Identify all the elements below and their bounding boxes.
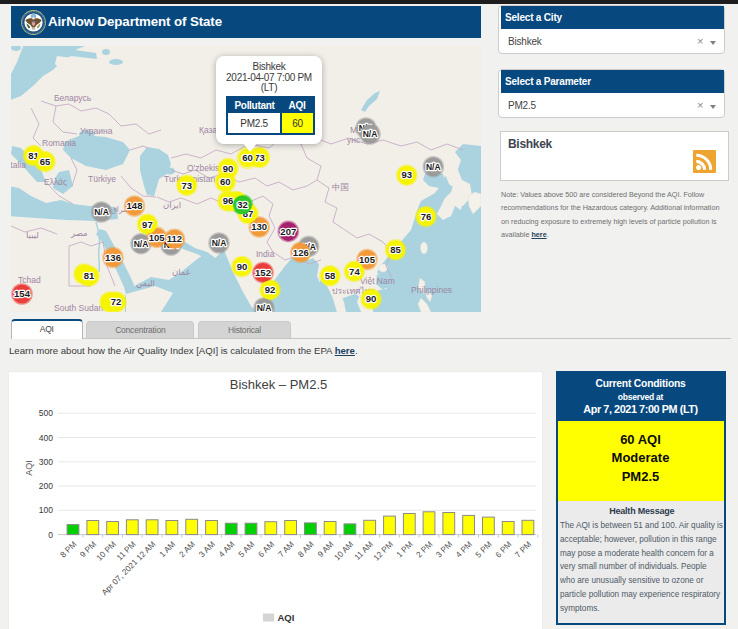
svg-text:2 PM: 2 PM	[415, 540, 435, 560]
svg-text:300: 300	[39, 457, 53, 467]
svg-text:400: 400	[39, 433, 53, 443]
svg-text:105: 105	[149, 232, 166, 243]
svg-text:5 PM: 5 PM	[474, 540, 494, 560]
svg-text:92: 92	[265, 284, 276, 295]
svg-text:93: 93	[402, 169, 413, 180]
svg-text:N/A: N/A	[257, 303, 272, 312]
svg-text:8 PM: 8 PM	[59, 540, 79, 560]
svg-text:6 PM: 6 PM	[494, 540, 514, 560]
svg-text:عمان: عمان	[172, 267, 191, 277]
svg-text:96: 96	[223, 195, 234, 206]
svg-text:3 AM: 3 AM	[197, 540, 217, 560]
svg-text:58: 58	[325, 270, 336, 281]
svg-text:1 AM: 1 AM	[158, 540, 178, 560]
svg-text:65: 65	[40, 156, 51, 167]
svg-text:Việt Nam: Việt Nam	[360, 276, 395, 286]
svg-text:2 AM: 2 AM	[178, 540, 198, 560]
svg-text:136: 136	[105, 252, 121, 263]
svg-text:32: 32	[237, 199, 248, 210]
svg-text:Беларусь: Беларусь	[54, 93, 92, 103]
svg-text:Philippines: Philippines	[411, 285, 452, 295]
svg-text:Ελλάς: Ελλάς	[44, 177, 67, 187]
svg-text:AQI: AQI	[278, 612, 295, 623]
svg-text:60: 60	[242, 152, 253, 163]
svg-text:N/A: N/A	[134, 239, 149, 249]
svg-text:97: 97	[142, 219, 153, 230]
svg-text:100: 100	[39, 505, 53, 515]
svg-text:11 AM: 11 AM	[353, 540, 375, 562]
svg-text:ليبيا: ليبيا	[26, 230, 39, 240]
svg-text:AQI: AQI	[24, 460, 34, 476]
svg-text:105: 105	[359, 254, 376, 265]
svg-text:3 PM: 3 PM	[434, 540, 454, 560]
svg-text:112: 112	[167, 233, 182, 244]
svg-text:200: 200	[39, 481, 53, 491]
svg-text:126: 126	[293, 247, 309, 258]
svg-text:73: 73	[182, 180, 193, 191]
svg-text:60: 60	[220, 176, 231, 187]
svg-text:N/A: N/A	[212, 238, 227, 248]
svg-text:74: 74	[349, 266, 360, 277]
svg-text:85: 85	[390, 244, 401, 255]
svg-text:154: 154	[14, 288, 31, 299]
svg-text:5 AM: 5 AM	[237, 540, 257, 560]
svg-text:72: 72	[111, 296, 122, 307]
svg-text:India: India	[256, 249, 275, 259]
svg-text:148: 148	[127, 200, 143, 211]
svg-text:7 AM: 7 AM	[276, 540, 296, 560]
svg-text:10 AM: 10 AM	[333, 540, 356, 563]
svg-text:76: 76	[421, 211, 432, 222]
svg-text:81: 81	[84, 270, 95, 281]
svg-text:8 AM: 8 AM	[296, 540, 316, 560]
svg-text:10 PM: 10 PM	[95, 540, 118, 563]
svg-text:Türkiye: Türkiye	[88, 174, 116, 184]
svg-text:中国: 中国	[332, 182, 349, 192]
svg-text:South Sudan: South Sudan	[54, 303, 103, 312]
svg-text:500: 500	[39, 408, 53, 418]
svg-text:0: 0	[48, 530, 53, 540]
svg-text:7 PM: 7 PM	[513, 540, 533, 560]
svg-text:مصر: مصر	[70, 228, 88, 238]
svg-text:Romania: Romania	[42, 138, 76, 148]
svg-text:90: 90	[223, 163, 234, 174]
svg-text:152: 152	[255, 267, 271, 278]
svg-text:Украина: Украина	[80, 126, 113, 136]
svg-text:90: 90	[366, 293, 377, 304]
svg-text:унс: унс	[347, 135, 361, 145]
svg-text:ایران: ایران	[163, 200, 181, 210]
svg-text:N/A: N/A	[426, 162, 441, 172]
svg-text:6 AM: 6 AM	[257, 540, 277, 560]
svg-text:4 AM: 4 AM	[217, 540, 237, 560]
svg-text:207: 207	[280, 226, 296, 237]
svg-text:Bishkek – PM2.5: Bishkek – PM2.5	[230, 377, 328, 392]
svg-text:N/A: N/A	[94, 207, 109, 217]
svg-text:4 PM: 4 PM	[454, 540, 474, 560]
svg-text:N/A: N/A	[363, 129, 378, 139]
svg-text:Italia: Italia	[11, 160, 26, 170]
svg-text:1 PM: 1 PM	[395, 540, 415, 560]
svg-text:90: 90	[237, 261, 248, 272]
svg-text:130: 130	[251, 221, 267, 232]
svg-text:12 PM: 12 PM	[372, 540, 395, 563]
svg-text:اليمن: اليمن	[136, 278, 155, 288]
